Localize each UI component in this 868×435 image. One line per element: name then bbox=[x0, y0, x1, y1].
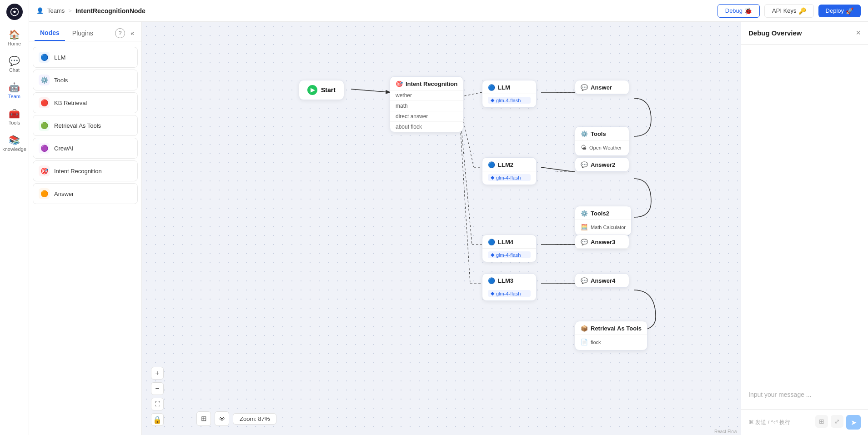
fit-view-button[interactable]: ⛶ bbox=[151, 398, 164, 410]
debug-icon: 🐞 bbox=[744, 7, 752, 15]
lock-button[interactable]: 🔒 bbox=[151, 413, 164, 426]
intent-row-wether: wether bbox=[390, 90, 463, 101]
canvas-area[interactable]: ▶ Start 🎯 Intent Recognition wether math… bbox=[142, 22, 741, 435]
team-icon: 🤖 bbox=[9, 82, 20, 93]
llm2-icon: 🔵 bbox=[488, 161, 495, 168]
tools2-icon: ⚙️ bbox=[581, 210, 588, 217]
llm4-icon: 🔵 bbox=[488, 239, 495, 245]
retrieval-as-tools-node[interactable]: 📦 Retrieval As Tools 📄 flock bbox=[575, 321, 647, 350]
left-panel: Nodes Plugins ? « 🔵 LLM ⚙️ Tools bbox=[29, 22, 142, 435]
content-area: Nodes Plugins ? « 🔵 LLM ⚙️ Tools bbox=[29, 22, 868, 435]
node-item-tools[interactable]: ⚙️ Tools bbox=[33, 70, 138, 90]
llm3-icon: 🔵 bbox=[488, 277, 495, 284]
expand-icon-footer[interactable]: ⤢ bbox=[831, 415, 843, 428]
grid-button[interactable]: ⊞ bbox=[196, 411, 211, 426]
svg-line-10 bbox=[541, 167, 575, 172]
knowledge-icon: 📚 bbox=[9, 135, 20, 145]
sidebar-item-knowledge[interactable]: 📚 knowledge bbox=[2, 131, 27, 155]
node-item-kb-retrieval[interactable]: 🔴 KB Retrieval bbox=[33, 92, 138, 113]
debug-title: Debug Overview bbox=[748, 29, 802, 37]
intent-row-math: math bbox=[390, 101, 463, 111]
main-panel: 👤 Teams > IntentRecognitionNode Debug 🐞 … bbox=[29, 0, 868, 435]
sidebar-item-tools[interactable]: 🧰 Tools bbox=[2, 105, 27, 129]
flow-canvas: ▶ Start 🎯 Intent Recognition wether math… bbox=[142, 22, 741, 435]
debug-button[interactable]: Debug 🐞 bbox=[717, 4, 760, 18]
page-title: IntentRecognitionNode bbox=[75, 7, 146, 15]
app-logo bbox=[6, 4, 23, 20]
key-icon: 🔑 bbox=[798, 7, 806, 15]
tools-icon: 🧰 bbox=[9, 108, 20, 119]
zoom-label: Zoom: 87% bbox=[233, 413, 276, 425]
answer3-node[interactable]: 💬 Answer3 bbox=[575, 235, 629, 249]
breadcrumb-teams[interactable]: Teams bbox=[47, 7, 65, 14]
answer-icon: 💬 bbox=[581, 84, 588, 91]
tab-nodes[interactable]: Nodes bbox=[35, 25, 65, 41]
footer-shortcut: ⌘ 发送 / ^⏎ 换行 bbox=[748, 419, 790, 426]
topbar: 👤 Teams > IntentRecognitionNode Debug 🐞 … bbox=[29, 0, 868, 22]
svg-line-1 bbox=[351, 89, 390, 92]
node-list: 🔵 LLM ⚙️ Tools 🔴 KB Retrieval 🟢 Retrieva… bbox=[29, 41, 141, 435]
answer-node[interactable]: 💬 Answer bbox=[575, 80, 629, 95]
llm-icon: 🔵 bbox=[488, 84, 495, 91]
rocket-icon: 🚀 bbox=[846, 7, 853, 15]
node-item-crewai[interactable]: 🟣 CrewAI bbox=[33, 138, 138, 159]
answer4-icon: 💬 bbox=[581, 277, 588, 284]
debug-footer: ⌘ 发送 / ^⏎ 换行 ⊞ ⤢ ➤ bbox=[741, 409, 868, 435]
zoom-out-button[interactable]: − bbox=[151, 382, 164, 395]
intent-row-direct-answer: direct answer bbox=[390, 111, 463, 122]
sidebar-item-home[interactable]: 🏠 Home bbox=[2, 25, 27, 50]
llm-node[interactable]: 🔵 LLM ◆ glm-4-flash bbox=[482, 80, 537, 108]
svg-line-2 bbox=[460, 92, 482, 97]
topbar-actions: Debug 🐞 API Keys 🔑 Deploy 🚀 bbox=[717, 4, 861, 18]
retrieval-icon: 📦 bbox=[581, 325, 588, 332]
grid-icon-footer[interactable]: ⊞ bbox=[815, 415, 828, 428]
node-item-answer[interactable]: 🟠 Answer bbox=[33, 183, 138, 204]
deploy-button[interactable]: Deploy 🚀 bbox=[818, 5, 861, 17]
send-button[interactable]: ➤ bbox=[846, 415, 861, 430]
answer3-icon: 💬 bbox=[581, 239, 588, 245]
debug-input-area: Input your message ... bbox=[748, 52, 861, 402]
answer4-node[interactable]: 💬 Answer4 bbox=[575, 273, 629, 288]
breadcrumb: 👤 Teams > IntentRecognitionNode bbox=[36, 7, 146, 15]
debug-body: Input your message ... bbox=[741, 45, 868, 409]
nav-sidebar: 🏠 Home 💬 Chat 🤖 Team 🧰 Tools 📚 knowledge bbox=[0, 0, 29, 435]
debug-panel: Debug Overview × Input your message ... … bbox=[741, 22, 868, 435]
node-item-retrieval-as-tools[interactable]: 🟢 Retrieval As Tools bbox=[33, 115, 138, 136]
api-keys-button[interactable]: API Keys 🔑 bbox=[764, 4, 813, 18]
home-icon: 🏠 bbox=[9, 29, 20, 40]
breadcrumb-separator: > bbox=[68, 7, 72, 14]
reactflow-attribution: React Flow bbox=[714, 429, 737, 434]
node-item-llm[interactable]: 🔵 LLM bbox=[33, 47, 138, 68]
canvas-controls: + − ⛶ 🔒 bbox=[151, 367, 164, 426]
intent-row-about-flock: about flock bbox=[390, 122, 463, 132]
answer2-icon: 💬 bbox=[581, 161, 588, 168]
debug-header: Debug Overview × bbox=[741, 22, 868, 45]
collapse-button[interactable]: « bbox=[129, 28, 136, 39]
eye-button[interactable]: 👁 bbox=[215, 411, 229, 426]
llm3-node[interactable]: 🔵 LLM3 ◆ glm-4-flash bbox=[482, 273, 537, 301]
zoom-in-button[interactable]: + bbox=[151, 367, 164, 380]
llm2-node[interactable]: 🔵 LLM2 ◆ glm-4-flash bbox=[482, 157, 537, 185]
llm4-node[interactable]: 🔵 LLM4 ◆ glm-4-flash bbox=[482, 235, 537, 262]
panel-tabs: Nodes Plugins ? « bbox=[29, 22, 141, 41]
sidebar-item-team[interactable]: 🤖 Team bbox=[2, 78, 27, 103]
debug-placeholder: Input your message ... bbox=[748, 387, 812, 402]
tools2-node[interactable]: ⚙️ Tools2 🧮 Math Calculator bbox=[575, 206, 632, 235]
debug-close-button[interactable]: × bbox=[856, 28, 861, 38]
intent-node-icon: 🎯 bbox=[396, 80, 403, 87]
start-node[interactable]: ▶ Start bbox=[299, 80, 344, 100]
start-icon: ▶ bbox=[307, 85, 317, 95]
tools1-node[interactable]: ⚙️ Tools 🌤 Open Weather bbox=[575, 126, 629, 156]
tools1-icon: ⚙️ bbox=[581, 130, 588, 137]
chat-icon: 💬 bbox=[9, 55, 20, 66]
intent-recognition-node[interactable]: 🎯 Intent Recognition wether math direct … bbox=[390, 76, 463, 132]
user-icon: 👤 bbox=[36, 7, 44, 14]
svg-line-5 bbox=[460, 115, 472, 245]
help-button[interactable]: ? bbox=[115, 28, 125, 38]
tab-plugins[interactable]: Plugins bbox=[67, 26, 99, 40]
svg-line-7 bbox=[460, 125, 470, 283]
node-item-intent-recognition[interactable]: 🎯 Intent Recognition bbox=[33, 160, 138, 181]
answer2-node[interactable]: 💬 Answer2 bbox=[575, 157, 629, 172]
sidebar-item-chat[interactable]: 💬 Chat bbox=[2, 52, 27, 76]
